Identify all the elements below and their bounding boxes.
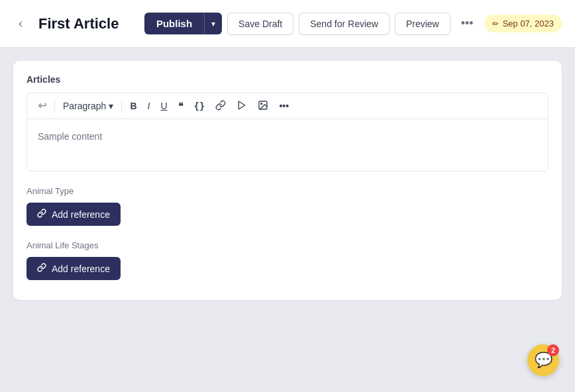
code-button[interactable]: {} [190,99,209,113]
chat-fab-button[interactable]: 💬 2 [527,344,559,376]
link-icon-animal-life-stages [37,263,46,274]
publish-button[interactable]: Publish [144,13,204,34]
paragraph-dropdown-icon: ▾ [109,101,113,111]
bold-button[interactable]: B [126,99,140,113]
send-review-button[interactable]: Send for Review [299,13,390,35]
link-icon-animal-type [37,209,46,220]
preview-button[interactable]: Preview [395,13,450,35]
svg-point-2 [261,103,262,105]
animal-life-stages-label: Animal Life Stages [26,240,549,250]
link-button[interactable] [211,97,230,115]
top-nav: ‹ First Article Publish ▾ Save Draft Sen… [0,0,575,48]
paragraph-dropdown[interactable]: Paragraph ▾ [59,98,117,114]
editor-card: Articles ↩ Paragraph ▾ B I U ❝ {} [13,61,562,300]
nav-actions: Publish ▾ Save Draft Send for Review Pre… [144,13,562,35]
paragraph-label: Paragraph [63,101,106,111]
animal-type-label: Animal Type [26,186,549,196]
date-badge: ✏ Sep 07, 2023 [484,15,562,32]
chat-badge: 2 [547,344,559,356]
toolbar-separator-2 [121,99,122,113]
italic-button[interactable]: I [144,99,154,113]
toolbar-separator-1 [54,99,55,113]
svg-marker-0 [239,101,245,109]
publish-dropdown-button[interactable]: ▾ [204,13,222,34]
add-reference-animal-life-stages-label: Add reference [52,264,110,274]
back-button[interactable]: ‹ [13,14,28,33]
more-options-button[interactable]: ••• [456,14,479,33]
more-format-button[interactable]: ••• [275,99,293,113]
save-draft-button[interactable]: Save Draft [227,13,293,35]
date-label: Sep 07, 2023 [503,19,554,28]
page-title: First Article [38,15,134,32]
animal-type-section: Animal Type Add reference [26,186,549,226]
editor-content-area[interactable]: Sample content [26,119,549,172]
quote-button[interactable]: ❝ [174,99,187,113]
add-reference-animal-life-stages-button[interactable]: Add reference [26,257,121,280]
video-button[interactable] [233,97,251,115]
image-button[interactable] [254,97,272,115]
main-area: Articles ↩ Paragraph ▾ B I U ❝ {} [0,48,575,392]
underline-button[interactable]: U [156,99,171,113]
articles-section-label: Articles [26,74,549,85]
add-reference-animal-type-label: Add reference [52,209,110,220]
undo-button[interactable]: ↩ [34,98,50,114]
pencil-icon: ✏ [492,19,499,28]
editor-toolbar: ↩ Paragraph ▾ B I U ❝ {} ••• [26,93,549,119]
sample-content: Sample content [38,131,102,142]
animal-life-stages-section: Animal Life Stages Add reference [26,240,549,280]
add-reference-animal-type-button[interactable]: Add reference [26,203,121,226]
publish-button-group: Publish ▾ [144,13,222,34]
